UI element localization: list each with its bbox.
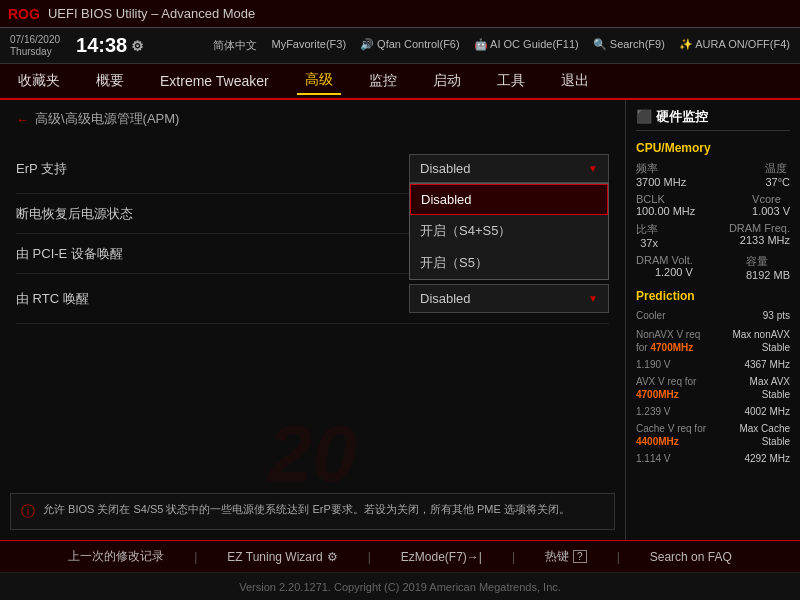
hw-bclk-row: BCLK 100.00 MHz Vcore 1.003 V <box>636 193 790 217</box>
erp-setting-row: ErP 支持 Disabled ▼ Disabled 开启（S4+S5） 开启（… <box>16 144 609 194</box>
hw-dram-volt-row: DRAM Volt. 1.200 V 容量 8192 MB <box>636 254 790 281</box>
cache-max: 4292 MHz <box>744 452 790 465</box>
bclk-label: BCLK <box>636 193 695 205</box>
vcore-label: Vcore <box>752 193 790 205</box>
nonavx-max: 4367 MHz <box>744 358 790 371</box>
cache-section: Cache V req for4400MHz Max CacheStable 1… <box>636 422 790 465</box>
rtc-wake-label: 由 RTC 唤醒 <box>16 290 409 308</box>
rtc-wake-row: 由 RTC 唤醒 Disabled ▼ <box>16 274 609 324</box>
temp-label: 温度 <box>765 161 790 176</box>
rtc-selected: Disabled <box>420 291 471 306</box>
nonavx-freq: 4700MHz <box>650 342 693 353</box>
freq-value: 3700 MHz <box>636 176 686 188</box>
date: 07/16/2020 <box>10 34 60 46</box>
avx-section: AVX V req for4700MHz Max AVXStable 1.239… <box>636 375 790 418</box>
settings-icon[interactable]: ⚙ <box>131 38 144 54</box>
temp-value: 37°C <box>765 176 790 188</box>
dram-freq-label: DRAM Freq. <box>729 222 790 234</box>
erp-value: Disabled ▼ Disabled 开启（S4+S5） 开启（S5） <box>409 154 609 183</box>
info-text-box: ⓘ 允许 BIOS 关闭在 S4/S5 状态中的一些电源使系统达到 ErP要求。… <box>10 493 615 530</box>
erp-option-s5[interactable]: 开启（S5） <box>410 247 608 279</box>
menu-tools[interactable]: 工具 <box>489 68 533 94</box>
erp-label: ErP 支持 <box>16 160 409 178</box>
menu-boot[interactable]: 启动 <box>425 68 469 94</box>
left-panel: ← 高级\高级电源管理(APM) ErP 支持 Disabled ▼ Disab… <box>0 100 625 540</box>
menu-extreme-tweaker[interactable]: Extreme Tweaker <box>152 69 277 93</box>
dram-volt-label: DRAM Volt. <box>636 254 693 266</box>
search-link[interactable]: 🔍 Search(F9) <box>593 38 665 53</box>
divider-2: | <box>368 550 371 564</box>
erp-dropdown-arrow: ▼ <box>588 163 598 174</box>
erp-selected: Disabled <box>420 161 471 176</box>
rog-watermark: 20 <box>268 408 357 500</box>
day: Thursday <box>10 46 60 58</box>
title-bar: ROG UEFI BIOS Utility – Advanced Mode <box>0 0 800 28</box>
footer-text: Version 2.20.1271. Copyright (C) 2019 Am… <box>239 581 561 593</box>
menu-monitor[interactable]: 监控 <box>361 68 405 94</box>
hw-monitor-title: ⬛ 硬件监控 <box>636 108 790 131</box>
cooler-value: 93 pts <box>763 309 790 322</box>
ez-wizard-button[interactable]: EZ Tuning Wizard ⚙ <box>227 550 337 564</box>
cache-volt: 1.114 V <box>636 452 670 465</box>
info-links: 简体中文 MyFavorite(F3) 🔊 Qfan Control(F6) 🤖… <box>160 38 790 53</box>
avx-volt: 1.239 V <box>636 405 670 418</box>
rtc-dropdown-display[interactable]: Disabled ▼ <box>409 284 609 313</box>
bottom-bar: 上一次的修改记录 | EZ Tuning Wizard ⚙ | EzMode(F… <box>0 540 800 572</box>
rtc-dropdown-arrow: ▼ <box>588 293 598 304</box>
erp-option-s4s5[interactable]: 开启（S4+S5） <box>410 215 608 247</box>
vcore-value: 1.003 V <box>752 205 790 217</box>
cpu-memory-title: CPU/Memory <box>636 141 790 155</box>
erp-option-disabled[interactable]: Disabled <box>410 184 608 215</box>
erp-dropdown-list: Disabled 开启（S4+S5） 开启（S5） <box>409 183 609 280</box>
avx-freq: 4700MHz <box>636 389 679 400</box>
rtc-wake-value: Disabled ▼ <box>409 284 609 313</box>
divider-3: | <box>512 550 515 564</box>
cooler-row: Cooler 93 pts <box>636 309 790 322</box>
freq-label: 频率 <box>636 161 686 176</box>
window-title: UEFI BIOS Utility – Advanced Mode <box>48 6 255 21</box>
menu-advanced[interactable]: 高级 <box>297 67 341 95</box>
right-panel: ⬛ 硬件监控 CPU/Memory 频率 3700 MHz 温度 37°C BC… <box>625 100 800 540</box>
hotkeys-button[interactable]: 热键 ? <box>545 548 587 565</box>
capacity-label: 容量 <box>746 254 790 269</box>
cooler-label: Cooler <box>636 309 665 322</box>
time-display: 14:38 ⚙ <box>76 34 144 57</box>
hw-freq-row: 频率 3700 MHz 温度 37°C <box>636 161 790 188</box>
erp-dropdown-display[interactable]: Disabled ▼ <box>409 154 609 183</box>
aioc-link[interactable]: 🤖 AI OC Guide(F11) <box>474 38 579 53</box>
hotkeys-icon: ? <box>573 550 587 563</box>
info-icon: ⓘ <box>21 503 35 521</box>
ratio-value: 37x <box>636 237 658 249</box>
datetime: 07/16/2020 Thursday <box>10 34 60 58</box>
aura-link[interactable]: ✨ AURA ON/OFF(F4) <box>679 38 790 53</box>
rtc-dropdown[interactable]: Disabled ▼ <box>409 284 609 313</box>
menu-exit[interactable]: 退出 <box>553 68 597 94</box>
bclk-value: 100.00 MHz <box>636 205 695 217</box>
info-description: 允许 BIOS 关闭在 S4/S5 状态中的一些电源使系统达到 ErP要求。若设… <box>43 502 570 517</box>
menu-favorites[interactable]: 收藏夹 <box>10 68 68 94</box>
menu-overview[interactable]: 概要 <box>88 68 132 94</box>
breadcrumb: ← 高级\高级电源管理(APM) <box>16 110 609 128</box>
dram-freq-value: 2133 MHz <box>729 234 790 246</box>
divider-4: | <box>617 550 620 564</box>
nonavx-section: NonAVX V reqfor 4700MHz Max nonAVXStable… <box>636 328 790 371</box>
breadcrumb-path: 高级\高级电源管理(APM) <box>35 110 179 128</box>
info-bar: 07/16/2020 Thursday 14:38 ⚙ 简体中文 MyFavor… <box>0 28 800 64</box>
search-faq-button[interactable]: Search on FAQ <box>650 550 732 564</box>
erp-dropdown[interactable]: Disabled ▼ Disabled 开启（S4+S5） 开启（S5） <box>409 154 609 183</box>
myfavorite-link[interactable]: MyFavorite(F3) <box>271 38 346 53</box>
prediction-title: Prediction <box>636 289 790 303</box>
ezmode-button[interactable]: EzMode(F7)→| <box>401 550 482 564</box>
history-button[interactable]: 上一次的修改记录 <box>68 548 164 565</box>
lang-link[interactable]: 简体中文 <box>213 38 257 53</box>
avx-max: 4002 MHz <box>744 405 790 418</box>
capacity-value: 8192 MB <box>746 269 790 281</box>
qfan-link[interactable]: 🔊 Qfan Control(F6) <box>360 38 460 53</box>
dram-volt-value: 1.200 V <box>636 266 693 278</box>
wizard-icon: ⚙ <box>327 550 338 564</box>
main-content: ← 高级\高级电源管理(APM) ErP 支持 Disabled ▼ Disab… <box>0 100 800 540</box>
prediction-section: Prediction Cooler 93 pts NonAVX V reqfor… <box>636 289 790 465</box>
menu-bar: 收藏夹 概要 Extreme Tweaker 高级 监控 启动 工具 退出 <box>0 64 800 100</box>
nonavx-volt: 1.190 V <box>636 358 670 371</box>
breadcrumb-arrow[interactable]: ← <box>16 112 29 127</box>
